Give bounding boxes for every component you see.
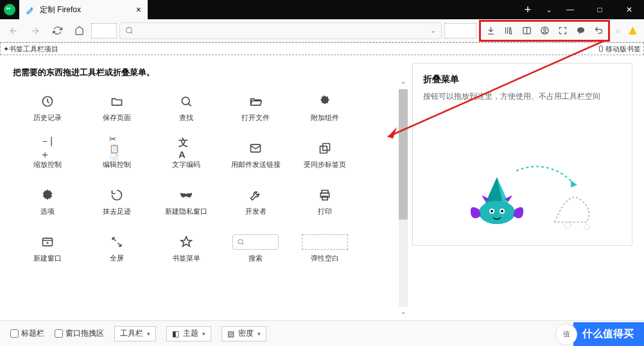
smzdm-watermark: 值 什么值得买 xyxy=(555,322,644,346)
overflow-chevron-icon[interactable]: » xyxy=(613,26,623,36)
tile-find[interactable]: 查找 xyxy=(152,89,221,128)
tile-flexible-space[interactable]: 弹性空白 xyxy=(290,229,360,268)
close-window-button[interactable]: ✕ xyxy=(614,0,644,19)
tile-forget[interactable]: 抹去足迹 xyxy=(82,182,152,221)
home-button[interactable] xyxy=(69,22,89,40)
navigation-toolbar: ⌄ » xyxy=(0,19,644,42)
tile-addons[interactable]: 附加组件 xyxy=(290,89,360,128)
svg-marker-17 xyxy=(571,180,577,187)
undo-icon[interactable] xyxy=(590,23,607,39)
fullscreen-icon xyxy=(109,234,125,250)
watermark-badge: 值 xyxy=(555,324,577,345)
tile-encoding[interactable]: 文A文字编码 xyxy=(152,135,221,175)
svg-point-23 xyxy=(491,210,493,212)
tile-bookmarks-menu[interactable]: 书签菜单 xyxy=(152,229,221,268)
titlebar-controls: + ⌄ — □ ✕ xyxy=(513,0,644,19)
svg-rect-9 xyxy=(323,144,330,151)
overflow-menu-target[interactable]: 折叠菜单 按钮可以拖放到这里，方便使用、不占用工具栏空间 xyxy=(412,63,632,246)
zoom-icon: －|＋ xyxy=(40,141,55,156)
warning-icon[interactable] xyxy=(625,26,640,35)
browser-tab[interactable]: 定制 Firefox × xyxy=(19,0,148,19)
search-box-icon xyxy=(232,234,279,250)
tile-save-page[interactable]: 保存页面 xyxy=(82,89,152,128)
scroll-up-icon[interactable]: ⌃ xyxy=(401,81,406,88)
tile-options[interactable]: 选项 xyxy=(13,182,82,221)
scroll-track[interactable] xyxy=(399,89,408,307)
chat-icon[interactable] xyxy=(572,23,589,39)
theme-icon: ◧ xyxy=(172,329,179,338)
svg-point-0 xyxy=(126,28,132,33)
customize-footer: 标题栏 窗口拖拽区 工具栏▾ ◧主题▾ ▤密度▾ 恢复默认设置 xyxy=(0,320,644,346)
titlebar-checkbox[interactable]: 标题栏 xyxy=(10,328,44,339)
wrench-icon xyxy=(248,187,263,203)
dragspace-checkbox[interactable]: 窗口拖拽区 xyxy=(55,328,104,339)
themes-dropdown[interactable]: ◧主题▾ xyxy=(166,326,211,342)
print-icon xyxy=(317,187,333,203)
library-icon[interactable] xyxy=(500,23,517,39)
svg-point-21 xyxy=(479,201,515,224)
instruction-text: 把需要的东西拖进工具栏或折叠菜单。 xyxy=(13,67,396,78)
tile-fullscreen[interactable]: 全屏 xyxy=(82,229,152,268)
chevron-down-icon[interactable]: ⌄ xyxy=(430,26,436,35)
tile-synced-tabs[interactable]: 受同步标签页 xyxy=(290,135,360,175)
downloads-icon[interactable] xyxy=(482,23,499,39)
maximize-button[interactable]: □ xyxy=(585,0,614,19)
account-icon[interactable] xyxy=(536,23,553,39)
flexible-space-icon xyxy=(302,234,348,250)
toolbar-placeholder[interactable] xyxy=(444,23,476,39)
new-tab-button[interactable]: + xyxy=(513,0,543,19)
titlebar-left-icons xyxy=(0,0,19,19)
svg-rect-10 xyxy=(320,146,327,153)
tile-print[interactable]: 打印 xyxy=(290,182,360,221)
tile-developer[interactable]: 开发者 xyxy=(221,182,290,221)
density-icon: ▤ xyxy=(227,329,234,338)
scroll-down-icon[interactable]: ⌄ xyxy=(401,308,406,315)
window-icon xyxy=(40,234,55,250)
search-icon xyxy=(178,94,194,109)
back-button[interactable] xyxy=(4,22,23,40)
scroll-thumb[interactable] xyxy=(399,89,408,220)
overflow-title: 折叠菜单 xyxy=(423,74,622,85)
mask-icon xyxy=(178,187,194,203)
star-icon: ✦ xyxy=(3,45,9,53)
svg-point-16 xyxy=(238,239,243,244)
tile-edit-controls[interactable]: ✂📋📄编辑控制 xyxy=(82,135,152,175)
url-bar[interactable]: ⌄ xyxy=(119,22,442,39)
tile-email-link[interactable]: 用邮件发送链接 xyxy=(221,135,290,175)
forget-icon xyxy=(109,187,125,203)
tile-zoom[interactable]: －|＋缩放控制 xyxy=(13,135,82,175)
tile-private-window[interactable]: 新建隐私窗口 xyxy=(152,182,221,221)
bookmarks-toolbar-label: 书签工具栏项目 xyxy=(9,44,58,54)
density-dropdown[interactable]: ▤密度▾ xyxy=(222,326,266,342)
overflow-panel: 折叠菜单 按钮可以拖放到这里，方便使用、不占用工具栏空间 xyxy=(408,55,644,322)
highlighted-toolbar-icons xyxy=(479,20,610,42)
close-icon[interactable]: × xyxy=(136,4,141,15)
widgets-panel: 把需要的东西拖进工具栏或折叠菜单。 历史记录 保存页面 查找 打开文件 附加组件… xyxy=(0,55,408,322)
tile-search[interactable]: 搜索 xyxy=(221,229,290,268)
forward-button[interactable] xyxy=(26,22,45,40)
reload-button[interactable] xyxy=(48,22,67,40)
mobile-bookmarks-label: 移动版书签 xyxy=(605,44,641,54)
mail-icon xyxy=(248,141,263,156)
tile-history[interactable]: 历史记录 xyxy=(13,89,82,128)
chevron-down-icon: ▾ xyxy=(147,331,150,337)
sidebar-icon[interactable] xyxy=(518,23,535,39)
minimize-button[interactable]: — xyxy=(555,0,585,19)
watermark-banner: 什么值得买 xyxy=(573,322,644,346)
tabs-dropdown-icon[interactable]: ⌄ xyxy=(543,6,555,13)
toolbars-dropdown[interactable]: 工具栏▾ xyxy=(114,326,156,342)
wechat-icon xyxy=(4,4,15,15)
widgets-grid: 历史记录 保存页面 查找 打开文件 附加组件 －|＋缩放控制 ✂📋📄编辑控制 文… xyxy=(13,89,396,268)
scrollbar[interactable]: ⌃ ⌄ xyxy=(398,81,408,315)
history-icon xyxy=(40,94,55,109)
tile-new-window[interactable]: 新建窗口 xyxy=(13,229,82,268)
toolbar-placeholder[interactable] xyxy=(91,23,117,39)
tile-open-file[interactable]: 打开文件 xyxy=(221,89,290,128)
mobile-bookmarks[interactable]: 移动版书签 xyxy=(598,44,641,54)
folder-icon xyxy=(109,94,125,109)
svg-rect-5 xyxy=(600,46,603,51)
svg-point-3 xyxy=(543,28,546,31)
bookmarks-toolbar[interactable]: ✦ 书签工具栏项目 移动版书签 xyxy=(0,42,644,55)
svg-point-4 xyxy=(577,28,584,33)
screenshot-icon[interactable] xyxy=(554,23,571,39)
